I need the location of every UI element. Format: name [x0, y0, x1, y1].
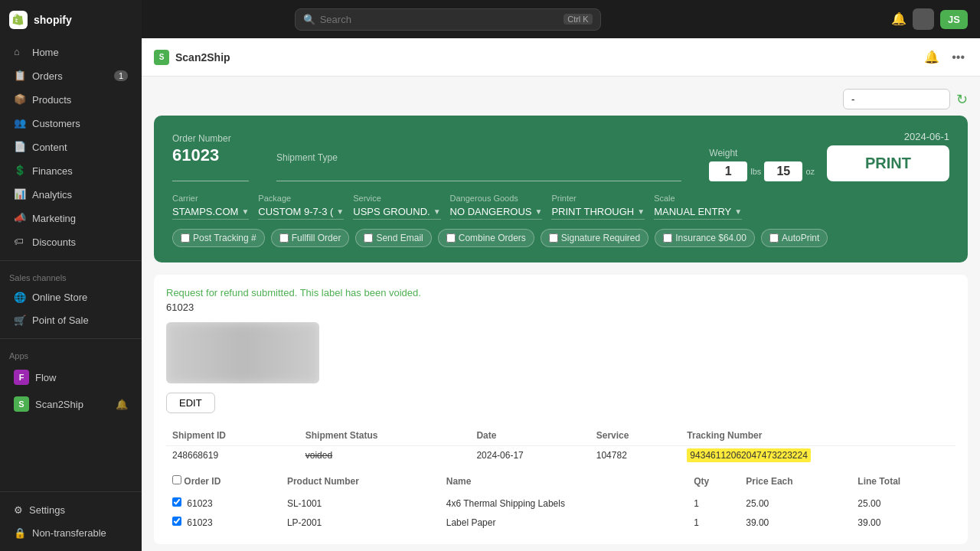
combine-orders-checkbox[interactable] [446, 233, 456, 243]
dangerous-goods-arrow-icon: ▼ [534, 207, 542, 216]
sidebar-item-label: Finances [32, 165, 73, 177]
sidebar-item-products[interactable]: 📦 Products [5, 88, 137, 111]
sidebar-item-content[interactable]: 📄 Content [5, 135, 137, 158]
product-number-cell: SL-1001 [281, 491, 440, 513]
sidebar-item-label: Online Store [32, 292, 87, 303]
sidebar-item-home[interactable]: ⌂ Home [5, 41, 137, 64]
insurance-checkbox[interactable] [663, 233, 672, 243]
combine-orders-label: Combine Orders [459, 233, 526, 243]
lbs-unit: lbs [750, 167, 761, 176]
sidebar-item-scan2ship[interactable]: S Scan2Ship 🔔 [5, 391, 137, 417]
name-header: Name [440, 471, 688, 491]
order-id-col-header: Order ID [166, 471, 281, 491]
weight-oz-input[interactable] [764, 161, 802, 181]
sidebar-item-orders[interactable]: 📋 Orders 1 [5, 64, 137, 87]
row-checkbox[interactable] [172, 517, 181, 526]
fulfill-order-checkbox-label[interactable]: Fullfill Order [271, 229, 350, 247]
sidebar-item-label: Scan2Ship [35, 399, 83, 410]
notification-bell-icon[interactable]: 🔔 [891, 11, 906, 27]
package-arrow-icon: ▼ [336, 207, 344, 216]
checkboxes-row: Post Tracking # Fullfill Order Send Emai… [172, 229, 949, 247]
shipment-id-cell: 248668619 [166, 446, 299, 465]
dangerous-goods-dropdown-group: Dangerous Goods NO DANGEROUS ▼ [450, 194, 543, 220]
lock-icon: 🔒 [14, 527, 26, 539]
order-number-display: 61023 [172, 145, 249, 165]
carrier-dropdown-group: Carrier STAMPS.COM ▼ [172, 194, 249, 220]
flow-app-icon: F [14, 370, 29, 385]
weight-section: Weight lbs oz [709, 148, 815, 181]
autoprint-checkbox[interactable] [769, 233, 779, 243]
refresh-button[interactable]: ↻ [956, 91, 968, 108]
orders-icon: 📋 [14, 70, 26, 82]
online-store-icon: 🌐 [14, 292, 26, 303]
blurred-content [166, 322, 319, 383]
print-button[interactable]: PRINT [827, 145, 949, 181]
search-box[interactable]: 🔍 Ctrl K [295, 8, 601, 31]
service-dropdown[interactable]: USPS GROUND. ▼ [353, 206, 440, 220]
sidebar-item-customers[interactable]: 👥 Customers [5, 112, 137, 135]
send-email-checkbox[interactable] [364, 233, 373, 243]
dangerous-goods-label: Dangerous Goods [450, 194, 543, 203]
printer-dropdown-group: Printer PRINT THROUGH ▼ [551, 194, 645, 220]
date-display: 2024-06-1 [904, 131, 949, 142]
scroll-area: ↻ Order Number 61023 Shipment Type Weigh… [142, 77, 980, 551]
sidebar-item-analytics[interactable]: 📊 Analytics [5, 183, 137, 206]
more-options-icon[interactable]: ••• [949, 47, 968, 67]
scan2ship-bell-icon[interactable]: 🔔 [116, 399, 128, 410]
topbar-action-button[interactable]: JS [940, 10, 968, 29]
row-checkbox[interactable] [172, 497, 181, 507]
printer-arrow-icon: ▼ [637, 207, 645, 216]
signature-required-checkbox[interactable] [549, 233, 558, 243]
sidebar-item-discounts[interactable]: 🏷 Discounts [5, 230, 137, 253]
order-number-section: Order Number 61023 [172, 133, 249, 181]
sidebar-item-finances[interactable]: 💲 Finances [5, 159, 137, 182]
select-all-checkbox[interactable] [172, 475, 181, 484]
price-each-cell: 25.00 [740, 491, 851, 513]
printer-dropdown[interactable]: PRINT THROUGH ▼ [551, 206, 645, 220]
sidebar-item-non-transferable[interactable]: 🔒 Non-transferable [5, 522, 137, 544]
product-number-cell: LP-2001 [281, 513, 440, 532]
package-dropdown[interactable]: CUSTOM 9-7-3 ( ▼ [258, 206, 344, 220]
post-tracking-checkbox-label[interactable]: Post Tracking # [172, 229, 265, 247]
combine-orders-checkbox-label[interactable]: Combine Orders [438, 229, 534, 247]
sidebar-item-marketing[interactable]: 📣 Marketing [5, 207, 137, 230]
sidebar-item-label: Flow [35, 372, 56, 383]
tracking-number-header: Tracking Number [681, 425, 956, 446]
sidebar-item-flow[interactable]: F Flow [5, 364, 137, 390]
sidebar-item-label: Home [32, 47, 59, 58]
sidebar-item-label: Products [32, 94, 71, 106]
scale-dropdown[interactable]: MANUAL ENTRY ▼ [654, 206, 742, 220]
blurred-image-section [166, 322, 319, 383]
shipment-status-header: Shipment Status [299, 425, 471, 446]
fulfill-order-checkbox[interactable] [279, 233, 289, 243]
scale-dropdown-group: Scale MANUAL ENTRY ▼ [654, 194, 742, 220]
order-number-input[interactable] [172, 165, 249, 181]
shipment-type-input[interactable] [276, 167, 681, 181]
edit-button[interactable]: EDIT [166, 393, 215, 413]
sidebar-item-label: Settings [29, 504, 65, 516]
insurance-checkbox-label[interactable]: Insurance $64.00 [655, 229, 755, 247]
post-tracking-checkbox[interactable] [181, 233, 190, 243]
discounts-icon: 🏷 [14, 236, 26, 248]
scan2ship-app-icon: S [14, 396, 29, 412]
notification-header-icon[interactable]: 🔔 [921, 47, 942, 67]
carrier-value: STAMPS.COM [172, 206, 238, 217]
autoprint-checkbox-label[interactable]: AutoPrint [761, 229, 828, 247]
sidebar-item-settings[interactable]: ⚙ Settings [5, 499, 137, 521]
topbar: 🔍 Ctrl K 🔔 JS [142, 0, 980, 38]
shipment-service-cell: 104782 [590, 446, 681, 465]
avatar[interactable] [913, 8, 934, 30]
carrier-dropdown[interactable]: STAMPS.COM ▼ [172, 206, 249, 220]
sidebar-item-point-of-sale[interactable]: 🛒 Point of Sale [5, 309, 137, 331]
weight-lbs-input[interactable] [709, 161, 747, 181]
search-input[interactable] [320, 14, 560, 25]
signature-required-checkbox-label[interactable]: Signature Required [541, 229, 648, 247]
order-search-input[interactable] [843, 89, 950, 109]
send-email-checkbox-label[interactable]: Send Email [355, 229, 431, 247]
sidebar-item-online-store[interactable]: 🌐 Online Store [5, 286, 137, 308]
order-ref: 61023 [166, 302, 956, 313]
dangerous-goods-dropdown[interactable]: NO DANGEROUS ▼ [450, 206, 543, 220]
printer-value: PRINT THROUGH [551, 206, 634, 217]
order-id-cell: 61023 [166, 491, 281, 513]
sidebar-logo[interactable]: shopify [0, 0, 142, 40]
